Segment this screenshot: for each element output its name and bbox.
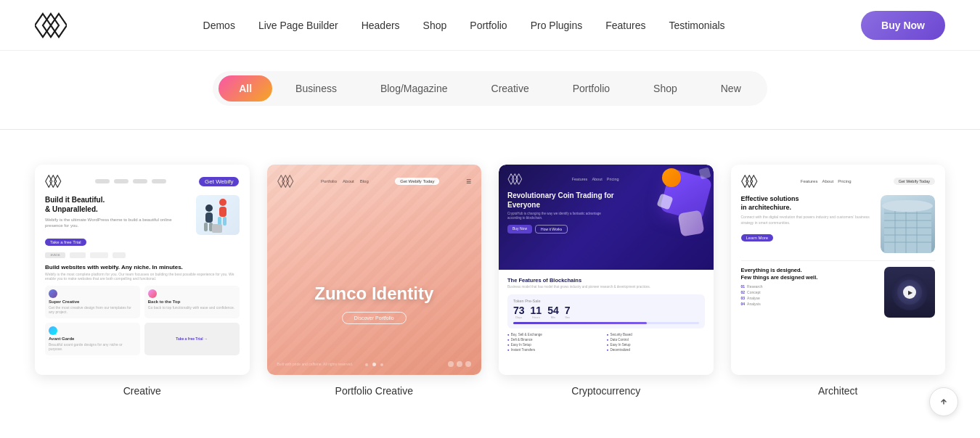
header: Demos Live Page Builder Headers Shop Por… (0, 0, 980, 51)
filter-blog-magazine[interactable]: Blog/Magazine (360, 75, 468, 102)
card-portfolio-creative-label: Portfolio Creative (267, 385, 482, 397)
svg-rect-9 (223, 217, 226, 226)
nav-testimonials[interactable]: Testimonials (669, 20, 725, 31)
svg-point-33 (882, 200, 933, 212)
card-portfolio-creative[interactable]: Portfolio About Blog Get Webify Today ≡ … (267, 165, 482, 397)
card-portfolio-creative-thumbnail: Portfolio About Blog Get Webify Today ≡ … (267, 165, 482, 375)
nav-shop[interactable]: Shop (423, 20, 447, 31)
svg-marker-19 (512, 174, 518, 185)
svg-marker-15 (277, 175, 284, 188)
svg-marker-16 (282, 175, 288, 188)
card-creative-label: Creative (35, 385, 250, 397)
svg-rect-7 (219, 207, 226, 217)
nav-headers[interactable]: Headers (362, 20, 400, 31)
filter-new[interactable]: New (701, 75, 761, 102)
cards-section: Get Webify Build it Beautiful.& Unparall… (0, 130, 980, 426)
nav-features[interactable]: Features (605, 20, 645, 31)
nav-demos[interactable]: Demos (203, 20, 235, 31)
nav-pro-plugins[interactable]: Pro Plugins (531, 20, 583, 31)
svg-rect-12 (204, 223, 208, 231)
nav-live-page-builder[interactable]: Live Page Builder (258, 20, 338, 31)
svg-marker-23 (750, 175, 756, 188)
logo (35, 12, 67, 38)
svg-marker-22 (746, 175, 752, 188)
card2-title-text: Zunco Identity (314, 284, 433, 304)
svg-marker-3 (46, 175, 52, 188)
filter-bar: All Business Blog/Magazine Creative Port… (213, 71, 767, 106)
nav-portfolio[interactable]: Portfolio (470, 20, 507, 31)
filter-shop[interactable]: Shop (633, 75, 698, 102)
filter-all[interactable]: All (219, 75, 272, 102)
card-creative-thumbnail: Get Webify Build it Beautiful.& Unparall… (35, 165, 250, 375)
card-cryptocurrency-thumbnail: Features About Pricing Get Webify Today … (499, 165, 714, 375)
svg-point-6 (219, 199, 226, 206)
filter-portfolio[interactable]: Portfolio (552, 75, 630, 102)
filter-section: All Business Blog/Magazine Creative Port… (0, 51, 980, 129)
card-architect[interactable]: Features About Pricing Get Webify Today … (731, 165, 946, 397)
svg-rect-11 (205, 212, 213, 223)
svg-marker-18 (508, 174, 514, 185)
scroll-top-button[interactable] (929, 387, 958, 416)
card-cryptocurrency-label: Cryptocurrency (499, 385, 714, 397)
svg-marker-17 (286, 175, 293, 188)
svg-point-10 (205, 204, 213, 212)
svg-marker-20 (516, 174, 522, 185)
svg-marker-4 (50, 175, 57, 188)
svg-marker-21 (741, 175, 748, 188)
main-nav: Demos Live Page Builder Headers Shop Por… (203, 20, 725, 31)
filter-business[interactable]: Business (275, 75, 357, 102)
cards-grid: Get Webify Build it Beautiful.& Unparall… (35, 165, 945, 397)
svg-marker-5 (54, 175, 61, 188)
card-creative[interactable]: Get Webify Build it Beautiful.& Unparall… (35, 165, 250, 397)
svg-rect-14 (212, 224, 222, 233)
card-architect-thumbnail: Features About Pricing Get Webify Today … (731, 165, 946, 375)
filter-creative[interactable]: Creative (471, 75, 550, 102)
card-cryptocurrency[interactable]: Features About Pricing Get Webify Today … (499, 165, 714, 397)
card2-discover-text: Discover Portfolio (342, 312, 407, 324)
buy-now-button[interactable]: Buy Now (861, 11, 945, 40)
card-architect-label: Architect (731, 385, 946, 397)
